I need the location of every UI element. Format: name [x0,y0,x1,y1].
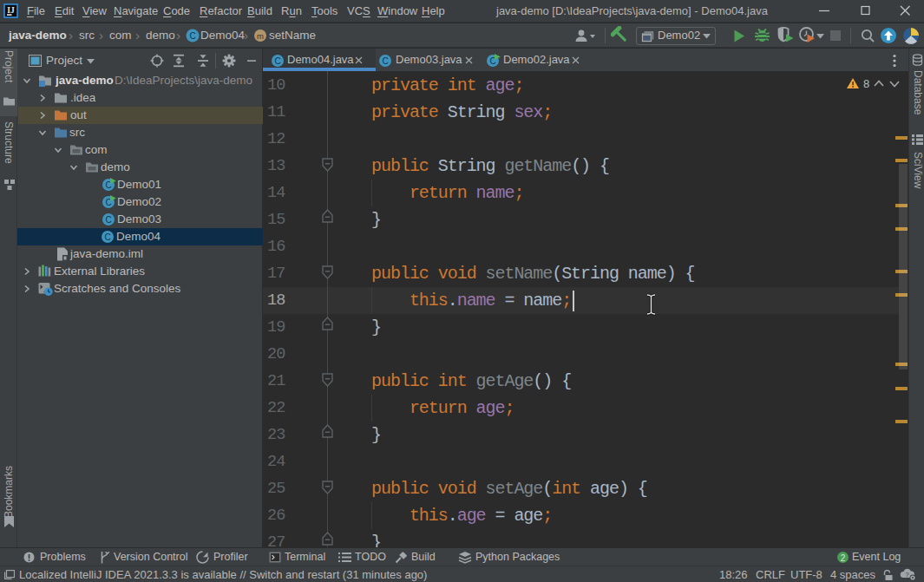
svg-text:m: m [257,31,264,41]
svg-text:C: C [382,56,388,66]
svg-text:IJ: IJ [7,6,15,15]
svg-text:C: C [274,56,280,66]
svg-text:C: C [105,215,111,225]
svg-text:2: 2 [841,553,846,563]
svg-text:C: C [189,31,195,41]
svg-text:C: C [104,232,110,242]
svg-text:?: ? [905,571,909,579]
svg-text:8: 8 [863,77,869,90]
